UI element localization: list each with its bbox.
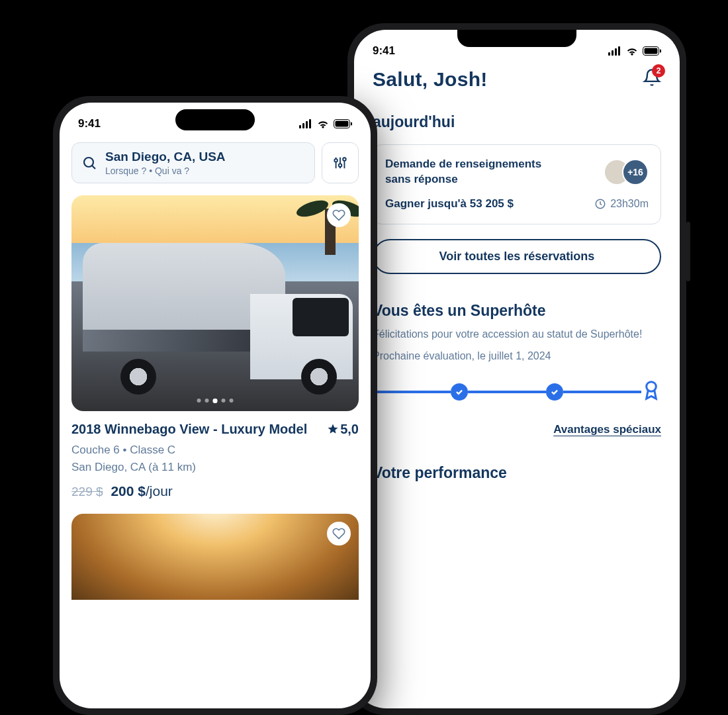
sliders-icon xyxy=(333,156,347,170)
phone-notch xyxy=(457,30,576,47)
svg-rect-6 xyxy=(660,50,661,53)
cellular-icon xyxy=(608,46,621,56)
all-reservations-button[interactable]: Voir toutes les réservations xyxy=(373,239,661,274)
svg-rect-2 xyxy=(615,48,617,56)
svg-rect-1 xyxy=(612,50,614,56)
greeting-heading: Salut, Josh! xyxy=(373,68,488,91)
progress-check-icon xyxy=(451,383,468,401)
svg-rect-14 xyxy=(336,121,349,127)
benefits-link[interactable]: Avantages spéciaux xyxy=(373,423,661,436)
search-icon xyxy=(81,155,97,171)
listing-title: 2018 Winnebago View - Luxury Model xyxy=(71,422,307,437)
search-field[interactable]: San Diego, CA, USA Lorsque ? • Qui va ? xyxy=(71,142,315,183)
favorite-button[interactable] xyxy=(327,522,351,546)
listing-photo[interactable] xyxy=(71,195,359,411)
favorite-button[interactable] xyxy=(327,203,351,227)
battery-icon xyxy=(643,46,661,56)
battery-icon xyxy=(334,119,352,128)
svg-rect-0 xyxy=(608,52,610,56)
today-heading: aujourd'hui xyxy=(373,113,661,131)
svg-point-21 xyxy=(339,164,342,167)
star-icon xyxy=(327,423,339,435)
progress-check-icon xyxy=(546,383,563,401)
wifi-icon xyxy=(625,46,639,56)
time-remaining: 23h30m xyxy=(594,198,649,210)
award-icon xyxy=(641,379,661,405)
clock-icon xyxy=(594,198,606,210)
listing-photo[interactable] xyxy=(71,514,359,600)
phone-listing: 9:41 San Diego, CA, USA Lorsque ? • Qui … xyxy=(53,96,377,715)
heart-icon xyxy=(332,527,345,540)
rv-illustration xyxy=(83,243,353,398)
svg-line-17 xyxy=(92,166,95,169)
wifi-icon xyxy=(316,119,330,128)
avatar-more-badge: +16 xyxy=(622,159,649,185)
heart-icon xyxy=(332,209,345,222)
status-time: 9:41 xyxy=(78,117,101,130)
svg-rect-5 xyxy=(645,48,658,54)
cellular-icon xyxy=(299,119,312,128)
carousel-dots xyxy=(197,399,234,403)
notification-badge: 2 xyxy=(652,64,665,77)
phone-dashboard: 9:41 Salut, Josh! 2 xyxy=(347,23,686,715)
earn-text: Gagner jusqu'à 53 205 $ xyxy=(385,197,588,212)
listing-price: 229 $ 200 $/jour xyxy=(71,483,359,499)
superhost-line1: Félicitations pour votre accession au st… xyxy=(373,326,661,342)
superhost-progress xyxy=(373,379,661,405)
listing-rating: 5,0 xyxy=(327,422,359,437)
inquiry-text: Demande de renseignements sans réponse xyxy=(385,157,597,187)
listing-meta-capacity: Couche 6 • Classe C xyxy=(71,444,359,457)
svg-point-19 xyxy=(334,159,338,162)
svg-point-8 xyxy=(647,382,657,392)
svg-rect-9 xyxy=(299,125,301,128)
svg-rect-15 xyxy=(351,122,352,126)
avatar-stack: +16 xyxy=(604,159,649,185)
search-location: San Diego, CA, USA xyxy=(105,150,226,164)
listing-meta-location: San Diego, CA (à 11 km) xyxy=(71,461,359,474)
search-subline: Lorsque ? • Qui va ? xyxy=(105,166,226,176)
svg-rect-11 xyxy=(306,121,308,128)
phone-side-button xyxy=(686,222,690,281)
filter-button[interactable] xyxy=(322,142,359,183)
superhost-line2: Prochaine évaluation, le juillet 1, 2024 xyxy=(373,348,661,363)
svg-rect-10 xyxy=(302,123,304,128)
svg-point-23 xyxy=(343,158,346,161)
performance-heading: Votre performance xyxy=(373,464,661,482)
svg-rect-12 xyxy=(309,119,311,128)
svg-point-16 xyxy=(84,158,93,167)
phone-dynamic-island xyxy=(175,109,255,130)
svg-marker-24 xyxy=(328,424,338,434)
superhost-heading: Vous êtes un Superhôte xyxy=(373,302,661,320)
status-time: 9:41 xyxy=(373,44,395,58)
svg-rect-3 xyxy=(618,46,620,56)
notifications-button[interactable]: 2 xyxy=(643,68,661,89)
today-card[interactable]: Demande de renseignements sans réponse +… xyxy=(373,144,661,224)
